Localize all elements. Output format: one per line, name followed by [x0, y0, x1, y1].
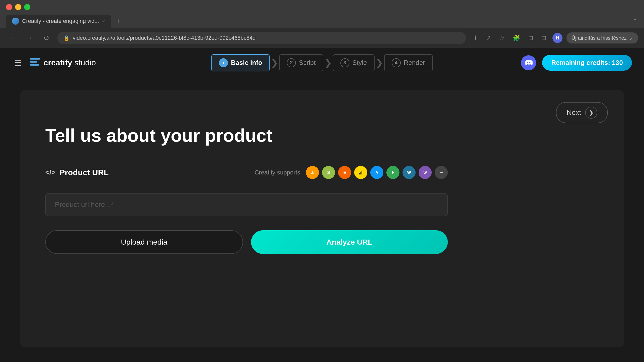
lock-icon: 🔒	[63, 35, 70, 41]
analytics-icon	[354, 166, 367, 179]
step-4-label: Render	[404, 59, 425, 67]
page-title: Tell us about your product	[45, 125, 599, 146]
more-platforms-icon: ···	[435, 166, 448, 179]
bookmark-button[interactable]: ☆	[497, 32, 507, 43]
next-arrow-icon: ❯	[585, 107, 597, 119]
step-3-number: 3	[340, 58, 349, 67]
address-bar[interactable]: 🔒 video.creatify.ai/aitools/products/a0c…	[57, 32, 466, 44]
refresh-text: Újraindítás a frissítéshez	[572, 35, 627, 41]
logo-suffix: studio	[72, 58, 96, 67]
share-button[interactable]: ↗	[484, 32, 493, 43]
refresh-icon: ↺	[44, 34, 49, 42]
svg-text:a: a	[311, 170, 314, 175]
download-button[interactable]: ⬇	[471, 32, 480, 43]
step-2-number: 2	[287, 58, 296, 67]
code-icon: </>	[45, 168, 55, 176]
nav-bar: ← → ↺ 🔒 video.creatify.ai/aitools/produc…	[0, 28, 644, 48]
step-2-label: Script	[299, 59, 315, 67]
amazon-icon: a	[306, 166, 319, 179]
extensions-button[interactable]: 🧩	[511, 32, 522, 43]
step-arrow-2: ❯	[323, 58, 333, 68]
svg-text:S: S	[327, 170, 330, 175]
url-text: video.creatify.ai/aitools/products/a0c11…	[73, 35, 256, 41]
refresh-button[interactable]: ↺	[40, 32, 52, 44]
back-button[interactable]: ←	[6, 32, 18, 44]
tab-title: Creatify - create engaging vid...	[22, 18, 99, 24]
window-controls: ⌃	[632, 17, 638, 25]
step-1-basic-info[interactable]: 1 Basic info	[211, 54, 270, 71]
app-container: ☰ creatify studio 1 Basic info ❯	[0, 48, 644, 359]
svg-text:1: 1	[222, 61, 224, 65]
profile-avatar[interactable]: H	[552, 33, 562, 43]
forward-icon: →	[26, 34, 33, 42]
upload-media-button[interactable]: Upload media	[45, 230, 243, 254]
forward-button[interactable]: →	[23, 32, 35, 44]
back-icon: ←	[9, 34, 16, 42]
tab-close-button[interactable]: ×	[102, 18, 105, 24]
new-tab-button[interactable]: +	[113, 14, 123, 28]
step-1-label: Basic info	[231, 59, 262, 67]
next-button[interactable]: Next ❯	[556, 102, 608, 123]
svg-rect-2	[30, 64, 39, 66]
field-header: </> Product URL Creatify supports: a S	[45, 166, 448, 179]
app-header: ☰ creatify studio 1 Basic info ❯	[0, 48, 644, 78]
steps-container: 1 Basic info ❯ 2 Script ❯ 3 Style ❯ 4 Re…	[211, 54, 433, 71]
step-3-label: Style	[352, 59, 367, 67]
form-section: </> Product URL Creatify supports: a S	[45, 166, 448, 254]
svg-rect-11	[359, 173, 360, 174]
wordpress-icon: W	[403, 166, 416, 179]
profile-switcher-button[interactable]: ⊞	[539, 32, 548, 43]
browser-chrome: Creatify - create engaging vid... × + ⌃ …	[0, 0, 644, 48]
field-label: </> Product URL	[45, 168, 109, 177]
svg-text:E: E	[343, 170, 346, 175]
step-arrow-1: ❯	[270, 58, 279, 68]
woocommerce-icon: W	[419, 166, 432, 179]
svg-rect-13	[361, 171, 362, 174]
svg-text:W: W	[407, 170, 411, 175]
close-window-button[interactable]	[6, 4, 12, 10]
menu-toggle-button[interactable]: ☰	[12, 56, 23, 70]
minimize-window-button[interactable]	[15, 4, 21, 10]
svg-text:W: W	[423, 171, 427, 175]
page-refresh-text-button[interactable]: Újraindítás a frissítéshez ⌄	[567, 32, 638, 43]
app-store-icon: A	[370, 166, 383, 179]
analyze-url-button[interactable]: Analyze URL	[251, 230, 448, 254]
product-url-input[interactable]	[45, 193, 448, 216]
svg-rect-12	[360, 172, 361, 174]
product-url-label: Product URL	[59, 168, 109, 177]
svg-rect-1	[30, 61, 37, 63]
maximize-window-button[interactable]	[24, 4, 30, 10]
step-4-render[interactable]: 4 Render	[384, 54, 433, 71]
content-panel: Next ❯ Tell us about your product </> Pr…	[20, 90, 624, 347]
active-tab[interactable]: Creatify - create engaging vid... ×	[6, 15, 111, 28]
header-right: Remaining credits: 130	[521, 55, 632, 71]
supports-section: Creatify supports: a S E	[255, 166, 448, 179]
sidebar-toggle-button[interactable]: ⊡	[526, 32, 535, 43]
step-2-script[interactable]: 2 Script	[279, 54, 323, 71]
logo: creatify studio	[29, 56, 96, 69]
chevron-down-icon: ⌄	[629, 35, 633, 41]
traffic-lights	[6, 4, 30, 10]
next-label: Next	[567, 109, 581, 117]
step-4-number: 4	[392, 58, 401, 67]
discord-button[interactable]	[521, 55, 536, 70]
tab-favicon	[12, 18, 19, 25]
brand-name: creatify	[44, 58, 72, 67]
title-bar	[0, 0, 644, 14]
step-1-number: 1	[219, 58, 228, 67]
svg-rect-0	[30, 58, 40, 60]
credits-button[interactable]: Remaining credits: 130	[542, 55, 632, 71]
step-3-style[interactable]: 3 Style	[333, 54, 375, 71]
step-arrow-3: ❯	[375, 58, 384, 68]
svg-text:A: A	[375, 170, 378, 175]
google-play-icon	[386, 166, 399, 179]
logo-icon	[29, 56, 41, 69]
shopify-icon: S	[322, 166, 335, 179]
tab-bar: Creatify - create engaging vid... × + ⌃	[0, 14, 644, 28]
action-buttons: Upload media Analyze URL	[45, 230, 448, 254]
etsy-icon: E	[338, 166, 351, 179]
nav-actions: ⬇ ↗ ☆ 🧩 ⊡ ⊞ H Újraindítás a frissítéshez…	[471, 32, 638, 43]
main-content: Next ❯ Tell us about your product </> Pr…	[0, 78, 644, 359]
platform-icons: a S E A	[306, 166, 448, 179]
logo-text: creatify studio	[44, 58, 96, 67]
